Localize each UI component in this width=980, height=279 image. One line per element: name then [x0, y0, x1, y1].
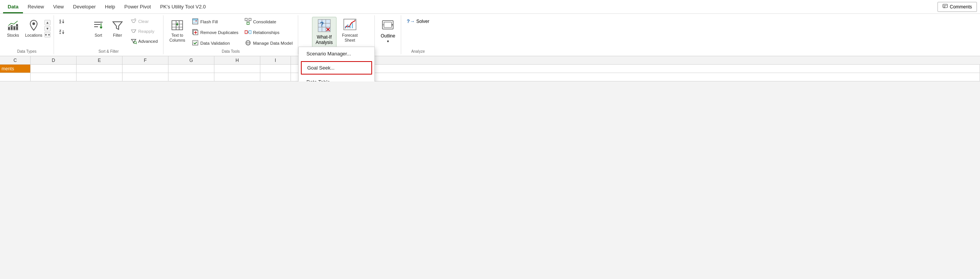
data-validation-button[interactable]: Data Validation	[189, 38, 241, 48]
cell-d2[interactable]	[31, 73, 77, 81]
tab-developer[interactable]: Developer	[69, 0, 100, 13]
relationships-button[interactable]: Relationships	[242, 28, 295, 37]
locations-button[interactable]: Locations	[24, 17, 44, 44]
sort-az-button[interactable]: A Z	[57, 17, 88, 27]
sort-az-za-col: A Z Z A	[57, 17, 88, 37]
group-data-types: Stocks Locations ▲ ▼ ▼▼	[0, 15, 54, 54]
sort-button[interactable]: Sort	[90, 17, 107, 44]
what-if-icon: ?	[317, 19, 331, 34]
outline-label: Outline	[381, 33, 395, 39]
goal-seek-item[interactable]: Goal Seek...	[301, 61, 372, 75]
forecast-sheet-button[interactable]: Forecast Sheet	[339, 17, 361, 44]
cell-f1[interactable]	[122, 65, 168, 73]
svg-marker-33	[176, 24, 178, 26]
svg-rect-71	[384, 22, 392, 28]
solver-button[interactable]: ?→ Solver	[404, 17, 431, 26]
tab-view[interactable]: View	[49, 0, 69, 13]
tab-power-pivot[interactable]: Power Pivot	[120, 0, 155, 13]
data-table-item[interactable]: Data Table...	[299, 75, 374, 81]
clear-label: Clear	[138, 19, 149, 24]
advanced-label: Advanced	[138, 39, 158, 44]
group-sort-filter: A Z Z A	[54, 15, 163, 54]
filter-label: Filter	[113, 33, 122, 38]
text-to-columns-icon	[170, 18, 184, 32]
what-if-analysis-button[interactable]: ? What-IfAnalysis ▼	[312, 17, 336, 51]
svg-line-26	[136, 43, 137, 44]
svg-rect-35	[193, 19, 198, 21]
tab-help[interactable]: Help	[100, 0, 120, 13]
relationships-label: Relationships	[253, 30, 279, 35]
svg-rect-66	[347, 24, 348, 28]
svg-rect-49	[245, 31, 247, 34]
svg-rect-8	[8, 29, 18, 30]
ribbon-body: Stocks Locations ▲ ▼ ▼▼	[0, 14, 980, 56]
text-to-columns-button[interactable]: Text to Columns	[167, 17, 188, 44]
svg-rect-0	[943, 4, 947, 8]
forecast-sheet-label: Forecast Sheet	[342, 33, 358, 42]
scroll-more-arrow[interactable]: ▼▼	[44, 32, 51, 37]
solver-question-icon: ?→	[407, 18, 415, 24]
flash-fill-label: Flash Fill	[200, 19, 218, 24]
cell-e1[interactable]	[77, 65, 122, 73]
cell-c2[interactable]	[0, 73, 31, 81]
scenario-manager-item[interactable]: Scenario Manager...	[299, 47, 374, 60]
cell-g1[interactable]	[168, 65, 214, 73]
consolidate-button[interactable]: Consolidate	[242, 17, 295, 27]
column-headers: C D E F G H I L	[0, 56, 980, 65]
flash-fill-icon	[192, 18, 199, 26]
spreadsheet-row-1: ments	[0, 65, 980, 73]
svg-rect-45	[249, 18, 251, 21]
cell-h2[interactable]	[214, 73, 260, 81]
flash-fill-button[interactable]: Flash Fill	[189, 17, 241, 27]
svg-rect-36	[193, 21, 198, 23]
cell-e2[interactable]	[77, 73, 122, 81]
outline-button[interactable]: Outline ▼	[378, 17, 398, 44]
tab-data[interactable]: Data	[3, 0, 23, 13]
outline-group-label	[378, 54, 398, 54]
sort-za-icon: Z A	[59, 29, 66, 36]
sort-za-button[interactable]: Z A	[57, 28, 88, 37]
data-types-label: Data Types	[3, 49, 51, 54]
cell-f2[interactable]	[122, 73, 168, 81]
comments-button[interactable]: Comments	[938, 2, 977, 12]
cell-h1[interactable]	[214, 65, 260, 73]
svg-text:Z: Z	[59, 21, 61, 24]
advanced-button[interactable]: Advanced	[128, 37, 160, 46]
col-header-d: D	[31, 56, 77, 64]
spreadsheet-area: C D E F G H I L ments	[0, 56, 980, 81]
group-data-tools: Text to Columns Flash Fil	[163, 15, 298, 54]
cell-i2[interactable]	[260, 73, 291, 81]
svg-rect-43	[193, 41, 198, 42]
cell-g2[interactable]	[168, 73, 214, 81]
cell-c1[interactable]: ments	[0, 65, 31, 73]
scroll-down-arrow[interactable]: ▼	[44, 26, 51, 31]
cell-i1[interactable]	[260, 65, 291, 73]
cell-d1[interactable]	[31, 65, 77, 73]
tab-review[interactable]: Review	[23, 0, 49, 13]
stocks-label: Stocks	[7, 33, 19, 38]
reapply-icon	[131, 28, 137, 35]
scroll-up-arrow[interactable]: ▲	[44, 20, 51, 25]
data-tools-right-col: Flash Fill Remove Duplicates	[189, 17, 241, 48]
stocks-button[interactable]: Stocks	[3, 17, 23, 44]
svg-rect-50	[249, 31, 251, 34]
svg-marker-22	[100, 27, 103, 29]
manage-data-model-button[interactable]: Manage Data Model	[242, 38, 295, 48]
data-tools-right-col2: Consolidate Relationships	[242, 17, 295, 48]
tab-pk-utility[interactable]: PK's Utility Tool V2.0	[155, 0, 210, 13]
what-if-dropdown: Scenario Manager... Goal Seek... Data Ta…	[298, 47, 375, 81]
svg-text:?: ?	[320, 21, 324, 28]
consolidate-icon	[245, 18, 252, 26]
clear-reapply-col: Clear Reapply	[128, 17, 160, 46]
remove-duplicates-button[interactable]: Remove Duplicates	[189, 28, 241, 37]
filter-button[interactable]: Filter	[109, 17, 126, 44]
data-type-scroll: ▲ ▼ ▼▼	[44, 20, 51, 37]
stocks-icon	[6, 18, 20, 32]
solver-label: Solver	[416, 19, 429, 24]
clear-button[interactable]: Clear	[128, 17, 160, 26]
reapply-button[interactable]: Reapply	[128, 27, 160, 36]
data-tools-label: Data Tools	[167, 49, 295, 54]
group-outline: Outline ▼	[375, 15, 401, 54]
cell-l1[interactable]	[291, 65, 980, 73]
cell-l2[interactable]	[291, 73, 980, 81]
